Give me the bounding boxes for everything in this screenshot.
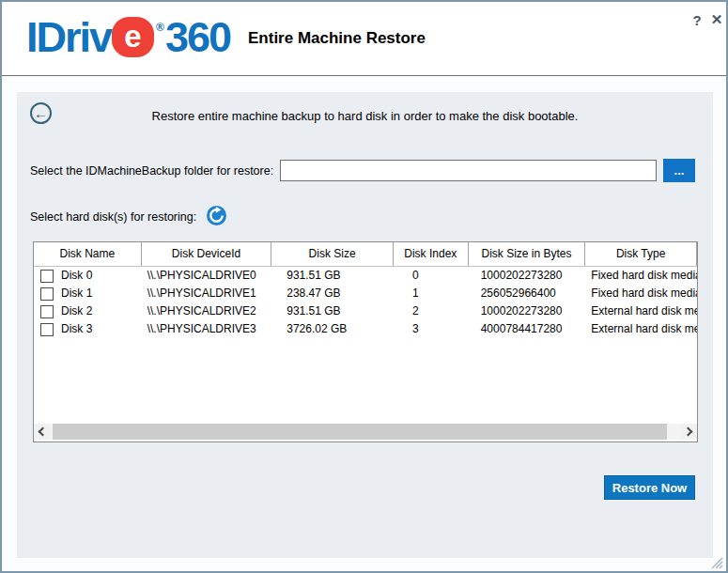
disk-name-label: Disk 1 [61, 285, 92, 302]
disk-deviceid-cell: \\.\PHYSICALDRIVE3 [142, 320, 272, 338]
disk-deviceid-cell: \\.\PHYSICALDRIVE0 [142, 267, 272, 285]
lock-icon: e [112, 17, 154, 57]
disk-type-cell: Fixed hard disk media [585, 285, 697, 302]
window-header: IDriv e ® 360 Entire Machine Restore ? ✕ [2, 2, 726, 76]
restore-panel: ← Restore entire machine backup to hard … [17, 92, 713, 558]
column-header-disk-size[interactable]: Disk Size [271, 242, 394, 266]
disk-checkbox[interactable] [40, 305, 54, 318]
horizontal-scrollbar[interactable] [34, 424, 697, 440]
scrollbar-track[interactable] [50, 424, 681, 440]
resize-grip[interactable] [711, 556, 723, 568]
column-header-disk-deviceid[interactable]: Disk DeviceId [142, 242, 272, 266]
table-row[interactable]: Disk 0 \\.\PHYSICALDRIVE0 931.51 GB 0 10… [34, 267, 697, 285]
disk-size-cell: 931.51 GB [271, 267, 394, 285]
disk-deviceid-cell: \\.\PHYSICALDRIVE1 [142, 285, 272, 302]
logo-idrive-text: IDriv [26, 16, 111, 58]
disk-table: Disk Name Disk DeviceId Disk Size Disk I… [33, 241, 698, 442]
disk-size-bytes-cell: 4000784417280 [469, 320, 586, 338]
disk-size-cell: 238.47 GB [271, 285, 394, 302]
help-icon[interactable]: ? [689, 10, 705, 29]
disk-name-label: Disk 3 [61, 320, 92, 338]
registered-mark: ® [156, 22, 164, 33]
disk-index-cell: 1 [394, 285, 469, 302]
restore-now-button[interactable]: Restore Now [604, 475, 695, 500]
disk-select-label: Select hard disk(s) for restoring: [30, 210, 196, 224]
chevron-left-icon [39, 427, 48, 437]
logo-360-text: 360 [165, 16, 230, 58]
column-header-disk-type[interactable]: Disk Type [585, 242, 697, 266]
disk-index-cell: 2 [394, 302, 469, 320]
disk-deviceid-cell: \\.\PHYSICALDRIVE2 [142, 302, 272, 320]
chevron-right-icon [684, 427, 693, 437]
disk-index-cell: 3 [394, 320, 469, 338]
table-row[interactable]: Disk 3 \\.\PHYSICALDRIVE3 3726.02 GB 3 4… [34, 320, 697, 338]
table-row[interactable]: Disk 2 \\.\PHYSICALDRIVE2 931.51 GB 2 10… [34, 302, 697, 320]
column-header-disk-name[interactable]: Disk Name [34, 242, 142, 266]
disk-size-bytes-cell: 256052966400 [469, 285, 586, 302]
disk-type-cell: External hard disk media [585, 302, 697, 320]
idrive-360-logo: IDriv e ® 360 [26, 16, 230, 58]
disk-size-cell: 931.51 GB [271, 302, 394, 320]
disk-size-bytes-cell: 1000202273280 [469, 302, 586, 320]
disk-size-bytes-cell: 1000202273280 [469, 267, 586, 285]
disk-type-cell: External hard disk media [585, 320, 697, 338]
logo-e-letter: e [124, 21, 141, 52]
disk-name-label: Disk 0 [61, 267, 92, 285]
disk-table-header: Disk Name Disk DeviceId Disk Size Disk I… [34, 242, 697, 267]
entire-machine-restore-window: IDriv e ® 360 Entire Machine Restore ? ✕… [0, 0, 728, 573]
disk-table-rows: Disk 0 \\.\PHYSICALDRIVE0 931.51 GB 0 10… [34, 267, 697, 338]
table-row[interactable]: Disk 1 \\.\PHYSICALDRIVE1 238.47 GB 1 25… [34, 285, 697, 302]
page-title: Entire Machine Restore [248, 29, 426, 48]
folder-path-input[interactable] [280, 160, 657, 181]
disk-checkbox[interactable] [40, 287, 54, 301]
instruction-text: Restore entire machine backup to hard di… [17, 109, 713, 123]
column-header-disk-index[interactable]: Disk Index [394, 242, 469, 266]
disk-index-cell: 0 [394, 267, 469, 285]
disk-type-cell: Fixed hard disk media [585, 267, 697, 285]
disk-name-label: Disk 2 [61, 302, 92, 320]
close-icon[interactable]: ✕ [708, 10, 725, 29]
column-header-disk-size-bytes[interactable]: Disk Size in Bytes [469, 242, 586, 266]
scroll-right-button[interactable] [681, 424, 697, 440]
disk-size-cell: 3726.02 GB [271, 320, 394, 338]
disk-table-empty-area [34, 338, 697, 424]
disk-checkbox[interactable] [40, 323, 54, 336]
scrollbar-thumb[interactable] [53, 424, 667, 440]
scroll-left-button[interactable] [34, 424, 50, 440]
disk-checkbox[interactable] [40, 270, 54, 283]
refresh-icon[interactable] [207, 206, 226, 225]
browse-button[interactable]: ... [663, 159, 695, 182]
folder-select-label: Select the IDMachineBackup folder for re… [30, 164, 273, 178]
